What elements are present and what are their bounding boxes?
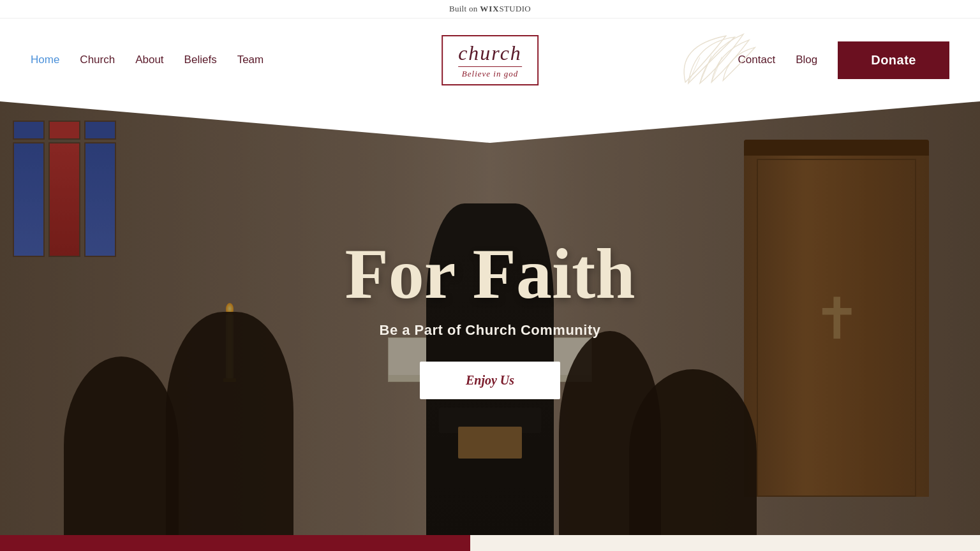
nav-blog[interactable]: Blog	[796, 54, 817, 66]
hero-subtitle: Be a Part of Church Community	[345, 322, 635, 339]
hero-section: ✝	[0, 101, 980, 535]
nav-left: Home Church About Beliefs Team	[31, 54, 264, 66]
bottom-bar	[0, 535, 980, 551]
nav-contact[interactable]: Contact	[738, 54, 776, 66]
logo-sub: Believe in god	[458, 66, 522, 79]
nav-beliefs[interactable]: Beliefs	[184, 54, 217, 66]
cta-button[interactable]: Enjoy Us	[420, 362, 560, 399]
hero-title: For Faith	[345, 238, 635, 309]
svg-line-2	[711, 57, 722, 82]
donate-button[interactable]: Donate	[838, 41, 949, 79]
topbar-text: Built on WIXSTUDIO	[449, 4, 531, 13]
svg-line-0	[688, 57, 700, 84]
nav-church[interactable]: Church	[80, 54, 115, 66]
nav-home[interactable]: Home	[31, 54, 59, 66]
nav-team[interactable]: Team	[237, 54, 264, 66]
topbar-brand: WIX	[480, 4, 499, 13]
hero-content: For Faith Be a Part of Church Community …	[345, 238, 635, 399]
nav-right-wrapper: Contact Blog Donate	[738, 41, 949, 79]
bottom-bar-left	[0, 535, 470, 551]
bottom-bar-right	[470, 535, 980, 551]
nav-right: Contact Blog	[738, 54, 818, 66]
nav-about[interactable]: About	[135, 54, 163, 66]
svg-line-1	[700, 55, 711, 84]
logo-main: church	[458, 41, 522, 65]
top-bar: Built on WIXSTUDIO	[0, 0, 980, 18]
logo[interactable]: church Believe in god	[442, 35, 538, 85]
header: Home Church About Beliefs Team church Be…	[0, 18, 980, 101]
